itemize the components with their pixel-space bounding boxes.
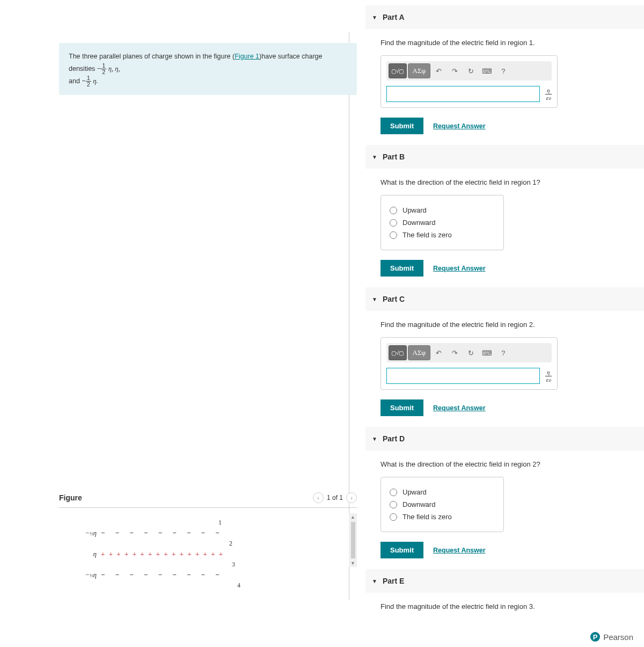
radio-input[interactable]	[390, 231, 397, 239]
equation-toolbar: ▢√▢ ΑΣφ ↶ ↷ ↻ ⌨ ?	[386, 343, 552, 362]
answer-unit: η ε₀	[545, 87, 552, 100]
radio-label: The field is zero	[402, 231, 452, 239]
part-e-title: Part E	[383, 577, 404, 585]
radio-label: Upward	[402, 488, 427, 496]
part-a-prompt: Find the magnitude of the electric field…	[380, 39, 644, 47]
part-c-prompt: Find the magnitude of the electric field…	[380, 321, 644, 329]
figure-link[interactable]: Figure 1	[235, 53, 259, 60]
request-answer-link[interactable]: Request Answer	[433, 122, 485, 130]
submit-button[interactable]: Submit	[380, 399, 423, 416]
expr: η, η,	[108, 65, 120, 72]
part-c: ▼ Part C Find the magnitude of the elect…	[365, 287, 644, 416]
figure-prev-button[interactable]: ‹	[313, 492, 324, 503]
greek-button[interactable]: ΑΣφ	[408, 345, 430, 360]
part-b: ▼ Part B What is the direction of the el…	[365, 145, 644, 277]
unit-den: ε₀	[545, 94, 552, 101]
expr: η.	[93, 77, 98, 85]
caret-down-icon: ▼	[372, 296, 377, 302]
unit-den: ε₀	[545, 376, 552, 383]
redo-button[interactable]: ↷	[448, 63, 463, 78]
region-2: 2	[134, 540, 327, 548]
plane-1: − − − − − − − − −	[101, 529, 224, 537]
answer-input-c[interactable]	[386, 368, 540, 384]
request-answer-link[interactable]: Request Answer	[433, 265, 485, 272]
radio-input[interactable]	[390, 501, 397, 508]
answer-box-a: ▢√▢ ΑΣφ ↶ ↷ ↻ ⌨ ? η ε₀	[380, 55, 558, 108]
problem-statement: The three parallel planes of charge show…	[59, 43, 357, 95]
equation-toolbar: ▢√▢ ΑΣφ ↶ ↷ ↻ ⌨ ?	[386, 61, 552, 81]
figure-counter: 1 of 1	[327, 494, 343, 501]
fraction: 12	[101, 63, 106, 75]
radio-input[interactable]	[390, 207, 397, 214]
help-button[interactable]: ?	[496, 63, 511, 78]
caret-down-icon: ▼	[372, 436, 377, 442]
part-e-prompt: Find the magnitude of the electric field…	[380, 602, 644, 610]
redo-button[interactable]: ↷	[448, 345, 463, 360]
answer-input-a[interactable]	[386, 86, 540, 102]
answer-unit: η ε₀	[545, 369, 552, 382]
radio-label: Downward	[402, 219, 435, 227]
part-a: ▼ Part A Find the magnitude of the elect…	[365, 5, 644, 134]
region-1: 1	[113, 519, 327, 527]
plane-2: + + + + + + + + + + + + + + + +	[101, 550, 224, 558]
radio-option[interactable]: The field is zero	[390, 513, 495, 521]
region-4: 4	[150, 581, 327, 590]
part-e: ▼ Part E Find the magnitude of the elect…	[365, 569, 644, 610]
caret-down-icon: ▼	[372, 14, 377, 20]
fraction: 12	[86, 75, 91, 88]
reset-button[interactable]: ↻	[464, 63, 479, 78]
undo-button[interactable]: ↶	[431, 345, 447, 360]
problem-text: The three parallel planes of charge show…	[69, 53, 235, 60]
part-e-header[interactable]: ▼ Part E	[365, 569, 644, 593]
figure-title: Figure	[59, 493, 82, 502]
keyboard-button[interactable]: ⌨	[480, 345, 495, 360]
radio-option[interactable]: Upward	[390, 206, 495, 214]
radio-option[interactable]: Downward	[390, 500, 495, 508]
part-a-title: Part A	[383, 13, 405, 21]
figure-diagram: 1 −½η − − − − − − − − − 2 η + + + + + + …	[59, 513, 349, 595]
radio-option[interactable]: Downward	[390, 219, 495, 227]
radio-input[interactable]	[390, 513, 397, 521]
submit-button[interactable]: Submit	[380, 260, 423, 277]
and-text: and	[69, 77, 82, 85]
unit-num: η	[545, 87, 552, 94]
unit-num: η	[545, 369, 552, 376]
submit-button[interactable]: Submit	[380, 542, 423, 558]
part-c-header[interactable]: ▼ Part C	[365, 287, 644, 311]
radio-input[interactable]	[390, 489, 397, 496]
part-b-title: Part B	[383, 152, 405, 161]
part-c-title: Part C	[383, 295, 405, 303]
caret-down-icon: ▼	[372, 578, 377, 584]
greek-button[interactable]: ΑΣφ	[408, 63, 430, 78]
part-a-header[interactable]: ▼ Part A	[365, 5, 644, 29]
template-button[interactable]: ▢√▢	[389, 345, 407, 360]
undo-button[interactable]: ↶	[431, 63, 447, 78]
scroll-thumb[interactable]	[351, 522, 355, 558]
radio-group-d: Upward Downward The field is zero	[380, 477, 504, 532]
answer-box-c: ▢√▢ ΑΣφ ↶ ↷ ↻ ⌨ ? η ε₀	[380, 337, 558, 390]
figure-next-button[interactable]: ›	[346, 492, 357, 503]
radio-label: The field is zero	[402, 513, 452, 521]
help-button[interactable]: ?	[496, 345, 511, 360]
plane-label-2: η	[80, 550, 97, 558]
part-d: ▼ Part D What is the direction of the el…	[365, 427, 644, 558]
scroll-up-icon: ▲	[349, 513, 356, 521]
request-answer-link[interactable]: Request Answer	[433, 404, 485, 412]
submit-button[interactable]: Submit	[380, 118, 423, 134]
radio-label: Downward	[402, 500, 435, 508]
plane-3: − − − − − − − − −	[101, 571, 224, 579]
figure-scrollbar[interactable]: ▲ ▼	[349, 513, 357, 567]
part-d-header[interactable]: ▼ Part D	[365, 427, 644, 450]
figure-panel: Figure ‹ 1 of 1 › 1 −½η − − − − − − − − …	[59, 492, 357, 595]
keyboard-button[interactable]: ⌨	[480, 63, 495, 78]
request-answer-link[interactable]: Request Answer	[433, 547, 485, 554]
template-button[interactable]: ▢√▢	[389, 63, 407, 78]
radio-input[interactable]	[390, 219, 397, 227]
part-d-prompt: What is the direction of the electric fi…	[380, 460, 644, 468]
part-b-header[interactable]: ▼ Part B	[365, 145, 644, 169]
part-d-title: Part D	[383, 434, 405, 443]
reset-button[interactable]: ↻	[464, 345, 479, 360]
radio-option[interactable]: The field is zero	[390, 231, 495, 239]
radio-option[interactable]: Upward	[390, 488, 495, 496]
part-b-prompt: What is the direction of the electric fi…	[380, 178, 644, 186]
